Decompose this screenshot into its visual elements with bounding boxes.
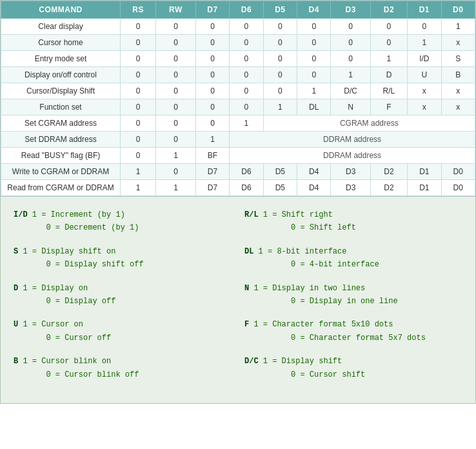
col-rw: RW [156, 1, 196, 19]
cell-command: Cursor/Display Shift [1, 83, 121, 99]
table-row: Function set00001DLNFxx [1, 99, 475, 115]
col-rs: RS [121, 1, 156, 19]
cell-rw: 1 [156, 148, 196, 164]
legend-key: DL [244, 247, 253, 256]
cell-d6: 0 [230, 83, 263, 99]
col-d6: D6 [230, 1, 263, 19]
table-row: Clear display0000000001 [1, 19, 475, 35]
table-row: Display on/off control0000001DUB [1, 67, 475, 83]
legend-block: B 1 = Cursor blink on 0 = Cursor blink o… [14, 355, 232, 381]
cell-d1: D1 [408, 180, 441, 196]
legend-key: B [14, 357, 18, 366]
cell-rs: 0 [121, 83, 156, 99]
cell-d4: 0 [297, 51, 331, 67]
cell-colspan: DDRAM address [230, 148, 475, 164]
lcd-command-table: COMMAND RS RW D7 D6 D5 D4 D3 D2 D1 D0 Cl… [1, 1, 475, 196]
cell-rw: 0 [156, 67, 196, 83]
cell-d7: 0 [195, 51, 229, 67]
legend-line: 0 = Display in one line [244, 295, 462, 308]
cell-command: Function set [1, 99, 121, 115]
cell-command: Write to CGRAM or DDRAM [1, 164, 121, 180]
legend-line: 0 = Display off [14, 295, 232, 308]
cell-command: Display on/off control [1, 67, 121, 83]
col-d1: D1 [408, 1, 441, 19]
cell-rw: 0 [156, 115, 196, 132]
cell-d5: 0 [263, 35, 297, 51]
cell-rs: 0 [121, 67, 156, 83]
cell-rs: 0 [121, 51, 156, 67]
col-d0: D0 [441, 1, 475, 19]
cell-d4: DL [297, 99, 331, 115]
table-row: Cursor/Display Shift000001D/CR/Lxx [1, 83, 475, 99]
cell-rs: 0 [121, 19, 156, 35]
cell-command: Read from CGRAM or DDRAM [1, 180, 121, 196]
legend-line: DL 1 = 8-bit interface [244, 245, 462, 258]
legend-line: F 1 = Character format 5x10 dots [244, 318, 462, 331]
cell-d6: D6 [230, 164, 263, 180]
legend-key: S [14, 247, 18, 256]
cell-d1: x [408, 99, 441, 115]
cell-command: Read "BUSY" flag (BF) [1, 148, 121, 164]
table-row: Read "BUSY" flag (BF)01BFDDRAM address [1, 148, 475, 164]
cell-d3: 0 [331, 19, 370, 35]
legend-line: 0 = Character format 5x7 dots [244, 332, 462, 344]
cell-d3: 0 [331, 51, 370, 67]
cell-d5: 0 [263, 51, 297, 67]
cell-colspan: DDRAM address [230, 132, 475, 148]
cell-d6: D6 [230, 180, 263, 196]
cell-rs: 0 [121, 148, 156, 164]
legend-line: I/D 1 = Increment (by 1) [14, 208, 232, 221]
cell-rw: 1 [156, 180, 196, 196]
cell-d2: D2 [370, 164, 407, 180]
cell-rs: 1 [121, 180, 156, 196]
cell-command: Set DDRAM address [1, 132, 121, 148]
cell-d4: 0 [297, 35, 331, 51]
cell-d7: D7 [195, 164, 229, 180]
legend-line: 0 = Cursor off [14, 332, 232, 344]
cell-d6: 1 [230, 115, 263, 132]
cell-d5: 0 [263, 83, 297, 99]
legend-line: 0 = Shift left [244, 221, 462, 234]
legend-line: 0 = 4-bit interface [244, 258, 462, 271]
col-d5: D5 [263, 1, 297, 19]
cell-d0: x [441, 99, 475, 115]
legend-line: S 1 = Display shift on [14, 245, 232, 258]
cell-d0: D0 [441, 180, 475, 196]
legend-block: D 1 = Display on 0 = Display off [14, 282, 232, 308]
cell-d3: D3 [331, 180, 370, 196]
table-row: Set DDRAM address001DDRAM address [1, 132, 475, 148]
cell-d2: 0 [370, 35, 407, 51]
col-command: COMMAND [1, 1, 121, 19]
cell-d5: D5 [263, 164, 297, 180]
cell-d1: 1 [408, 35, 441, 51]
legend-block: R/L 1 = Shift right 0 = Shift left [244, 208, 462, 235]
legend-section: I/D 1 = Increment (by 1) 0 = Decrement (… [0, 197, 476, 404]
cell-command: Set CGRAM address [1, 115, 121, 132]
cell-d2: 0 [370, 19, 407, 35]
cell-d3: 0 [331, 35, 370, 51]
table-row: Read from CGRAM or DDRAM11D7D6D5D4D3D2D1… [1, 180, 475, 196]
legend-line: R/L 1 = Shift right [244, 208, 462, 221]
cell-d0: x [441, 83, 475, 99]
cell-d0: S [441, 51, 475, 67]
cell-d5: D5 [263, 180, 297, 196]
cell-d2: D [370, 67, 407, 83]
legend-block: I/D 1 = Increment (by 1) 0 = Decrement (… [14, 208, 232, 235]
legend-key: U [14, 320, 18, 329]
cell-d1: U [408, 67, 441, 83]
cell-command: Clear display [1, 19, 121, 35]
legend-key: R/L [244, 210, 259, 219]
legend-key: D [14, 284, 18, 293]
cell-d0: B [441, 67, 475, 83]
cell-d1: I/D [408, 51, 441, 67]
legend-line: 0 = Decrement (by 1) [14, 221, 232, 234]
cell-d4: 1 [297, 83, 331, 99]
cell-rw: 0 [156, 51, 196, 67]
col-d7: D7 [195, 1, 229, 19]
cell-rs: 0 [121, 115, 156, 132]
cell-d6: 0 [230, 99, 263, 115]
cell-d6: 0 [230, 67, 263, 83]
cell-d5: 0 [263, 19, 297, 35]
cell-d7: 1 [195, 132, 229, 148]
cell-rw: 0 [156, 35, 196, 51]
